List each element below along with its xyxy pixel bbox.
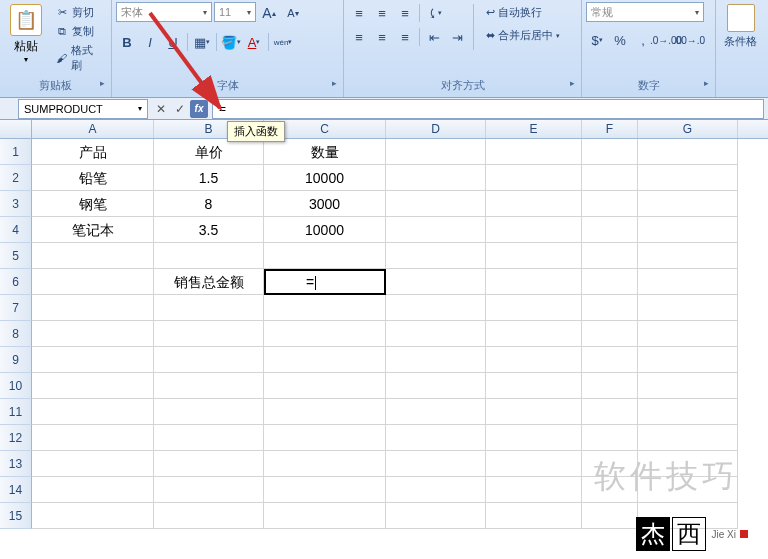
cell-E4[interactable] xyxy=(486,217,582,243)
align-top-button[interactable]: ≡ xyxy=(348,2,370,24)
cell-A15[interactable] xyxy=(32,503,154,529)
align-right-button[interactable]: ≡ xyxy=(394,26,416,48)
cell-D6[interactable] xyxy=(386,269,486,295)
cell-D12[interactable] xyxy=(386,425,486,451)
cell-F6[interactable] xyxy=(582,269,638,295)
italic-button[interactable]: I xyxy=(139,31,161,53)
cell-G2[interactable] xyxy=(638,165,738,191)
cell-A8[interactable] xyxy=(32,321,154,347)
percent-button[interactable]: % xyxy=(609,29,631,51)
shrink-font-button[interactable]: A▾ xyxy=(282,2,304,24)
cell-A13[interactable] xyxy=(32,451,154,477)
cell-G1[interactable] xyxy=(638,139,738,165)
row-header[interactable]: 6 xyxy=(0,269,32,295)
cell-C10[interactable] xyxy=(264,373,386,399)
cell-C3[interactable]: 3000 xyxy=(264,191,386,217)
col-header-F[interactable]: F xyxy=(582,120,638,138)
cell-E14[interactable] xyxy=(486,477,582,503)
cell-F14[interactable] xyxy=(582,477,638,503)
font-color-button[interactable]: A▾ xyxy=(243,31,265,53)
row-header[interactable]: 1 xyxy=(0,139,32,165)
row-header[interactable]: 9 xyxy=(0,347,32,373)
cell-F5[interactable] xyxy=(582,243,638,269)
cell-G5[interactable] xyxy=(638,243,738,269)
align-center-button[interactable]: ≡ xyxy=(371,26,393,48)
cell-F13[interactable] xyxy=(582,451,638,477)
cut-button[interactable]: ✂剪切 xyxy=(51,4,107,21)
row-header[interactable]: 10 xyxy=(0,373,32,399)
cell-B13[interactable] xyxy=(154,451,264,477)
formula-input[interactable]: = xyxy=(212,99,764,119)
cell-B15[interactable] xyxy=(154,503,264,529)
cell-E9[interactable] xyxy=(486,347,582,373)
cell-B5[interactable] xyxy=(154,243,264,269)
number-format-combo[interactable]: 常规▾ xyxy=(586,2,704,22)
cell-F8[interactable] xyxy=(582,321,638,347)
format-painter-button[interactable]: 🖌格式刷 xyxy=(51,42,107,74)
select-all-corner[interactable] xyxy=(0,120,32,138)
cell-F4[interactable] xyxy=(582,217,638,243)
row-header[interactable]: 8 xyxy=(0,321,32,347)
cell-F10[interactable] xyxy=(582,373,638,399)
cell-G10[interactable] xyxy=(638,373,738,399)
row-header[interactable]: 11 xyxy=(0,399,32,425)
font-name-combo[interactable]: 宋体▾ xyxy=(116,2,212,22)
font-size-combo[interactable]: 11▾ xyxy=(214,2,256,22)
cell-E3[interactable] xyxy=(486,191,582,217)
cell-G7[interactable] xyxy=(638,295,738,321)
cell-B10[interactable] xyxy=(154,373,264,399)
cell-C5[interactable] xyxy=(264,243,386,269)
cell-C14[interactable] xyxy=(264,477,386,503)
cell-C8[interactable] xyxy=(264,321,386,347)
cell-F7[interactable] xyxy=(582,295,638,321)
name-box[interactable]: SUMPRODUCT▾ xyxy=(18,99,148,119)
cell-B9[interactable] xyxy=(154,347,264,373)
cell-B4[interactable]: 3.5 xyxy=(154,217,264,243)
cell-A5[interactable] xyxy=(32,243,154,269)
cell-C13[interactable] xyxy=(264,451,386,477)
enter-formula-button[interactable]: ✓ xyxy=(171,100,189,118)
col-header-G[interactable]: G xyxy=(638,120,738,138)
cell-A10[interactable] xyxy=(32,373,154,399)
cell-D4[interactable] xyxy=(386,217,486,243)
cell-A6[interactable] xyxy=(32,269,154,295)
cancel-formula-button[interactable]: ✕ xyxy=(152,100,170,118)
cell-B8[interactable] xyxy=(154,321,264,347)
cell-B12[interactable] xyxy=(154,425,264,451)
cell-C11[interactable] xyxy=(264,399,386,425)
cell-E10[interactable] xyxy=(486,373,582,399)
underline-button[interactable]: U xyxy=(162,31,184,53)
cell-B14[interactable] xyxy=(154,477,264,503)
row-header[interactable]: 14 xyxy=(0,477,32,503)
cell-G3[interactable] xyxy=(638,191,738,217)
cell-D2[interactable] xyxy=(386,165,486,191)
cell-C7[interactable] xyxy=(264,295,386,321)
align-left-button[interactable]: ≡ xyxy=(348,26,370,48)
cell-G4[interactable] xyxy=(638,217,738,243)
cell-F15[interactable] xyxy=(582,503,638,529)
align-middle-button[interactable]: ≡ xyxy=(371,2,393,24)
decrease-decimal-button[interactable]: .00→.0 xyxy=(678,29,700,51)
cell-E11[interactable] xyxy=(486,399,582,425)
cell-B6[interactable]: 销售总金额 xyxy=(154,269,264,295)
wrap-text-button[interactable]: ↩自动换行 xyxy=(479,2,567,23)
conditional-formatting-button[interactable]: 条件格 xyxy=(720,2,761,51)
cell-E1[interactable] xyxy=(486,139,582,165)
cell-B7[interactable] xyxy=(154,295,264,321)
indent-increase-button[interactable]: ⇥ xyxy=(446,26,468,48)
cell-E6[interactable] xyxy=(486,269,582,295)
row-header[interactable]: 12 xyxy=(0,425,32,451)
row-header[interactable]: 7 xyxy=(0,295,32,321)
cell-A2[interactable]: 铅笔 xyxy=(32,165,154,191)
cell-A9[interactable] xyxy=(32,347,154,373)
row-header[interactable]: 2 xyxy=(0,165,32,191)
col-header-A[interactable]: A xyxy=(32,120,154,138)
cell-G8[interactable] xyxy=(638,321,738,347)
cell-F11[interactable] xyxy=(582,399,638,425)
cell-G6[interactable] xyxy=(638,269,738,295)
paste-button[interactable]: 📋 粘贴 ▾ xyxy=(4,2,48,66)
cell-B11[interactable] xyxy=(154,399,264,425)
cell-C9[interactable] xyxy=(264,347,386,373)
cell-D7[interactable] xyxy=(386,295,486,321)
cell-G11[interactable] xyxy=(638,399,738,425)
